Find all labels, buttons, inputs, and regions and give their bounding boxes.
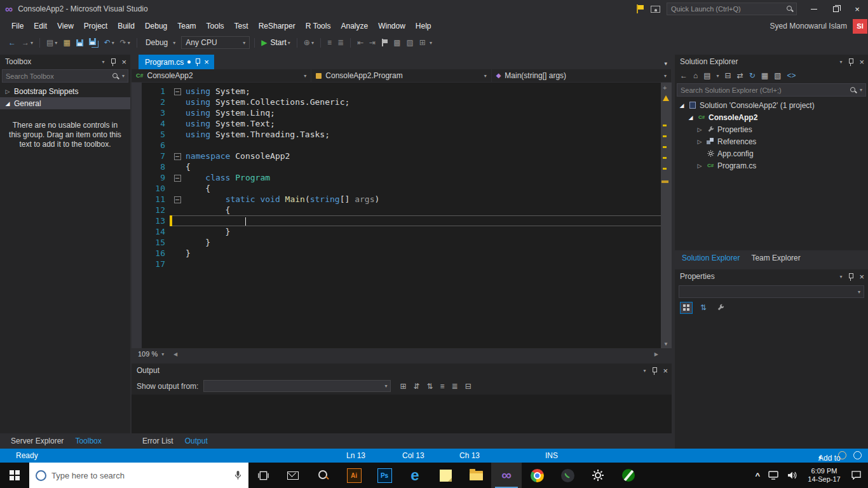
xbox-app-icon[interactable] [613, 463, 644, 488]
network-icon[interactable] [768, 471, 778, 480]
attach-to-process-button[interactable]: ⊕▾ [302, 37, 316, 48]
menu-item-team[interactable]: Team [172, 19, 201, 33]
properties-grid[interactable] [675, 316, 868, 449]
signed-in-user-name[interactable]: Syed Monowarul Islam [770, 22, 847, 30]
chevron-expanded-icon[interactable]: ◢ [687, 114, 695, 121]
edge-app-icon[interactable]: e [400, 463, 430, 488]
panel-tab-solution-explorer[interactable]: Solution Explorer [676, 251, 745, 265]
search-options-chevron-icon[interactable]: ▾ [122, 73, 125, 79]
microphone-icon[interactable] [234, 470, 242, 480]
taskbar-search-input[interactable] [51, 471, 229, 480]
close-icon[interactable]: × [859, 273, 864, 281]
property-pages-button[interactable] [714, 302, 727, 314]
panel-tab-server-explorer[interactable]: Server Explorer [5, 434, 69, 448]
menu-item-window[interactable]: Window [373, 19, 410, 33]
code-line-9[interactable]: 9– class Program [132, 172, 661, 183]
code-line-5[interactable]: 5using System.Threading.Tasks; [132, 129, 661, 140]
notifications-flag-icon[interactable] [636, 4, 644, 13]
close-icon[interactable]: × [121, 58, 126, 66]
vertical-scrollbar[interactable]: + ▼ [661, 83, 672, 348]
show-all-files-button[interactable]: ▦ [761, 71, 768, 80]
tree-item-solution-consoleapp2-1-project[interactable]: ◢Solution 'ConsoleApp2' (1 project) [675, 99, 868, 111]
previous-message-button[interactable]: ⇵ [413, 382, 419, 391]
send-feedback-smiley-icon[interactable] [838, 451, 846, 459]
refresh-button[interactable]: ↻ [749, 71, 756, 80]
menu-item-file[interactable]: File [6, 19, 29, 33]
pin-icon[interactable] [848, 58, 853, 66]
panel-tab-toolbox[interactable]: Toolbox [69, 434, 107, 448]
redo-button[interactable]: ↷▾ [118, 37, 132, 48]
window-position-chevron-icon[interactable]: ▾ [839, 59, 842, 65]
file-explorer-app-icon[interactable] [461, 463, 491, 488]
scroll-down-arrow-icon[interactable]: ▼ [663, 341, 668, 347]
chevron-collapsed-icon[interactable]: ▷ [696, 163, 703, 169]
home-button[interactable]: ⌂ [693, 71, 698, 80]
tree-item-program-cs[interactable]: ▷C#Program.cs [675, 159, 868, 172]
menu-item-debug[interactable]: Debug [140, 19, 172, 33]
tree-item-app-config[interactable]: App.config [675, 147, 868, 159]
switch-views-button[interactable]: ▤ [703, 71, 710, 80]
code-line-4[interactable]: 4using System.Text; [132, 118, 661, 129]
chevron-expanded-icon[interactable]: ◢ [4, 100, 11, 107]
notifications-circle-icon[interactable] [853, 451, 862, 459]
minimize-button[interactable] [803, 0, 825, 18]
panel-tab-output[interactable]: Output [179, 434, 214, 448]
tab-program-cs[interactable]: Program.cs × [139, 55, 214, 69]
save-button[interactable] [74, 38, 85, 48]
toolbar-overflow-chevron-icon[interactable]: ▾ [430, 40, 432, 46]
solution-explorer-search-input[interactable] [681, 86, 847, 94]
close-icon[interactable]: × [663, 367, 668, 375]
tree-item-consoleapp2[interactable]: ◢C#ConsoleApp2 [675, 111, 868, 123]
chrome-app-icon[interactable] [522, 463, 552, 488]
scroll-left-arrow-icon[interactable]: ◀ [171, 351, 180, 357]
window-position-chevron-icon[interactable]: ▾ [839, 274, 842, 280]
panel-tab-team-explorer[interactable]: Team Explorer [745, 251, 806, 265]
code-editor[interactable]: 1–using System;2using System.Collections… [132, 83, 672, 348]
start-debug-button[interactable]: ▶Start▾ [259, 37, 292, 48]
pin-icon[interactable] [194, 58, 200, 66]
code-line-17[interactable]: 17 [132, 259, 661, 269]
view-code-button[interactable]: <> [787, 71, 796, 80]
menu-item-view[interactable]: View [52, 19, 79, 33]
solution-configuration-dropdown[interactable]: Debug▾ [142, 37, 179, 48]
show-hidden-icons-chevron[interactable]: ^ [755, 471, 760, 480]
visual-studio-app-icon[interactable]: ∞ [491, 463, 522, 488]
toolbar-extra-button[interactable]: ⊞ [417, 37, 428, 48]
toggle-bookmark-button[interactable] [379, 37, 390, 48]
pin-icon[interactable] [848, 273, 853, 281]
search-options-chevron-icon[interactable]: ▾ [860, 87, 862, 93]
code-line-13[interactable]: 13 [132, 215, 661, 226]
illustrator-app-icon[interactable]: Ai [339, 463, 369, 488]
navigate-backward-button[interactable]: ← [6, 37, 18, 48]
fold-collapse-icon[interactable]: – [172, 151, 182, 161]
taskbar-clock[interactable]: 6:09 PM 14-Sep-17 [805, 467, 843, 484]
menu-item-tools[interactable]: Tools [201, 19, 229, 33]
navigate-forward-button[interactable]: →▾ [20, 37, 35, 48]
code-line-1[interactable]: 1–using System; [132, 86, 661, 97]
properties-object-dropdown[interactable]: ▾ [679, 285, 864, 298]
alphabetical-button[interactable]: ⇅ [697, 302, 710, 314]
menu-item-build[interactable]: Build [112, 19, 140, 33]
quick-launch-input[interactable] [671, 5, 786, 13]
menu-item-resharper[interactable]: ReSharper [254, 19, 301, 33]
close-icon[interactable]: × [859, 58, 864, 66]
code-line-11[interactable]: 11– static void Main(string[] args) [132, 194, 661, 205]
split-editor-handle-icon[interactable]: + [663, 84, 667, 92]
settings-app-icon[interactable] [583, 463, 613, 488]
close-button[interactable]: × [846, 0, 868, 18]
menu-item-r-tools[interactable]: R Tools [301, 19, 336, 33]
clear-all-button[interactable]: ≡ [440, 382, 445, 391]
code-line-10[interactable]: 10 { [132, 183, 661, 194]
code-line-2[interactable]: 2using System.Collections.Generic; [132, 97, 661, 107]
code-line-14[interactable]: 14 } [132, 226, 661, 237]
zoom-level-dropdown[interactable]: 109 % ▾ [132, 350, 171, 358]
restore-button[interactable] [825, 0, 846, 18]
pin-icon[interactable] [110, 58, 116, 66]
code-line-15[interactable]: 15 } [132, 237, 661, 248]
categorized-button[interactable] [680, 302, 693, 314]
scroll-right-arrow-icon[interactable]: ▶ [652, 351, 661, 357]
pin-icon[interactable] [651, 367, 657, 375]
whatsapp-app-icon[interactable] [552, 463, 583, 488]
window-position-chevron-icon[interactable]: ▾ [643, 368, 646, 374]
menu-item-project[interactable]: Project [79, 19, 112, 33]
